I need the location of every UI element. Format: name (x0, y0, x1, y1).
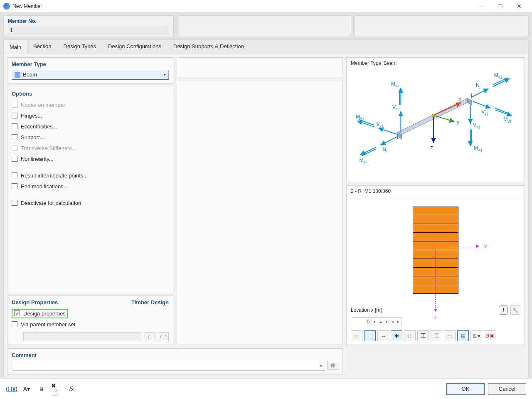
dialog-footer: 0.00 A▾ 🖥 ✖📄 fx OK Cancel (0, 378, 532, 399)
display-button[interactable]: 🖥 (36, 383, 47, 395)
step-next-icon[interactable]: ▸ (395, 318, 401, 326)
tab-main[interactable]: Main (4, 40, 27, 54)
svg-text:Mz,i: Mz,i (391, 81, 399, 88)
comment-library-button[interactable]: 🗐 (328, 361, 338, 370)
svg-text:Mz,j: Mz,j (474, 145, 482, 152)
opt-hinges[interactable]: Hinges... (12, 110, 169, 121)
opt-deactivate-calc[interactable]: Deactivate for calculation (12, 197, 169, 208)
tool-shear[interactable]: ⎍ (404, 330, 416, 341)
svg-point-9 (432, 114, 435, 117)
dialog-body: Member No. 1 Main Section Design Types D… (0, 12, 532, 378)
script-button[interactable]: ✖📄 (51, 383, 62, 395)
svg-text:Nj: Nj (476, 82, 480, 89)
member-type-value: Beam (23, 71, 164, 78)
tab-design-supports[interactable]: Design Supports & Deflection (167, 40, 250, 54)
tool-principal[interactable]: ✚ (391, 330, 402, 341)
spin-down-icon[interactable]: ▾ (384, 318, 389, 326)
tab-design-config[interactable]: Design Configurations (102, 40, 167, 54)
filter-button[interactable]: 🔧 (510, 305, 520, 315)
design-properties-panel: Design Properties Timber Design Design p… (7, 296, 173, 345)
svg-text:j: j (470, 92, 473, 99)
comment-input-row: ▾ 🗐 (12, 361, 338, 371)
svg-line-17 (378, 128, 397, 134)
svg-line-27 (472, 89, 489, 97)
comment-title: Comment (12, 352, 338, 358)
member-no-label: Member No. (8, 18, 169, 24)
right-column: Member Type 'Beam' (346, 57, 525, 345)
middle-blank-top (177, 57, 343, 77)
maximize-button[interactable]: ☐ (490, 0, 510, 12)
tabs-container: Main Section Design Types Design Configu… (3, 39, 529, 378)
location-spinner[interactable]: 0 ▾ ▴ ▾ ◂ ▸ (351, 317, 401, 326)
ok-button[interactable]: OK (446, 383, 485, 395)
tool-ibeam2[interactable]: 工 (431, 330, 442, 341)
comment-panel: Comment ▾ 🗐 (7, 348, 343, 374)
info-button[interactable]: i (499, 305, 508, 315)
member-type-select[interactable]: Beam ▾ (12, 70, 169, 80)
tab-design-types[interactable]: Design Types (58, 40, 103, 54)
tool-ibeam1[interactable]: 工 (417, 330, 429, 341)
tabs-bar: Main Section Design Types Design Configu… (4, 40, 528, 54)
units-button[interactable]: 0.00 (6, 383, 17, 395)
parent-member-field[interactable] (23, 332, 142, 341)
svg-text:My,i: My,i (356, 114, 364, 121)
svg-text:Vz,i: Vz,i (392, 104, 399, 111)
opt-transverse-stiffeners: Transverse Stiffeners... (12, 143, 169, 153)
tool-dimensions[interactable]: ↔ (377, 330, 389, 341)
spin-up-icon[interactable]: ▴ (378, 318, 384, 326)
svg-line-35 (495, 108, 510, 114)
edit-set-button[interactable]: 🗀* (158, 332, 169, 341)
member-type-title: Member Type (12, 61, 169, 67)
highlight-box: Design properties (12, 309, 68, 318)
cross-section (413, 207, 458, 294)
opt-end-modifications[interactable]: End modifications... (12, 181, 169, 192)
svg-text:Ni: Ni (383, 147, 387, 153)
opt-via-parent-member[interactable]: Via parent member set (12, 319, 169, 330)
svg-text:Vy,j: Vy,j (481, 109, 488, 116)
svg-text:Vy,i: Vy,i (376, 121, 383, 128)
opt-support[interactable]: Support... (12, 132, 169, 143)
comment-row: Comment ▾ 🗐 (4, 348, 528, 378)
section-preview: 2 - R_M1 180/360 y z Location x [m] i 🔧 (346, 185, 525, 345)
comment-field[interactable]: ▾ (12, 361, 325, 371)
preview-title: Member Type 'Beam' (347, 58, 525, 69)
chevron-down-icon: ▾ (164, 72, 166, 77)
svg-text:My,j: My,j (503, 116, 511, 123)
cancel-button[interactable]: Cancel (488, 383, 526, 395)
opt-nonlinearity[interactable]: Nonlinearity... (12, 153, 169, 164)
svg-line-25 (362, 149, 377, 155)
beam-diagram: x y z i j Vz,i (351, 70, 520, 177)
tool-reset[interactable]: ↺✖ (484, 330, 495, 341)
member-no-value[interactable]: 1 (8, 26, 169, 34)
checkbox-icon[interactable] (14, 310, 20, 316)
opt-nodes-on-member: Nodes on member (12, 99, 169, 110)
svg-text:z: z (431, 145, 433, 150)
opt-design-properties[interactable]: Design properties (12, 308, 169, 319)
design-props-title: Design Properties Timber Design (12, 299, 169, 305)
fx-button[interactable]: fx (66, 383, 77, 395)
tool-values[interactable]: ≡ (351, 330, 362, 341)
text-style-button[interactable]: A▾ (21, 383, 32, 395)
minimize-button[interactable]: — (471, 0, 490, 12)
svg-line-32 (473, 101, 491, 108)
close-button[interactable]: ✕ (510, 0, 529, 12)
svg-text:Vz,j: Vz,j (473, 122, 480, 129)
new-set-button[interactable]: 🗀 (145, 332, 155, 341)
middle-blank-body (177, 81, 343, 345)
svg-marker-2 (468, 99, 472, 105)
chevron-down-icon[interactable]: ▾ (371, 318, 378, 326)
tool-stress[interactable]: ▭ (444, 330, 456, 341)
tool-axes[interactable]: ⌐ (364, 330, 376, 341)
opt-result-intermediate[interactable]: Result intermediate points... (12, 170, 169, 181)
tool-print[interactable]: 🖶▾ (470, 330, 482, 341)
svg-text:y: y (457, 119, 460, 125)
member-type-swatch (15, 72, 20, 78)
step-prev-icon[interactable]: ◂ (389, 318, 395, 326)
tab-section[interactable]: Section (27, 40, 57, 54)
cross-section-area: y z (347, 197, 525, 303)
header-blank-2 (355, 15, 529, 36)
svg-marker-0 (397, 99, 471, 135)
left-column: Member Type Beam ▾ Options Nodes on memb… (7, 57, 173, 345)
tool-grid[interactable]: ⊞ (457, 330, 469, 341)
opt-eccentricities[interactable]: Eccentricities... (12, 121, 169, 132)
